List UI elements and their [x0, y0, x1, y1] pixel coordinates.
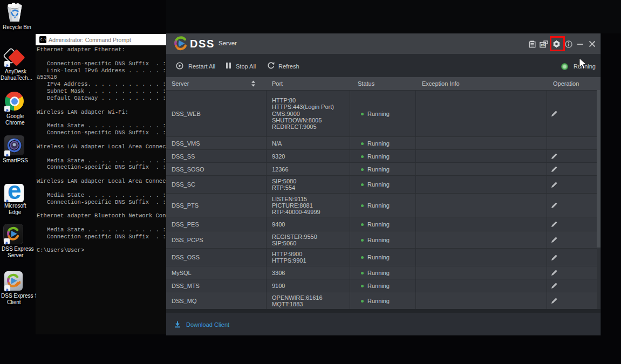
svg-text:EN: EN [541, 44, 545, 47]
